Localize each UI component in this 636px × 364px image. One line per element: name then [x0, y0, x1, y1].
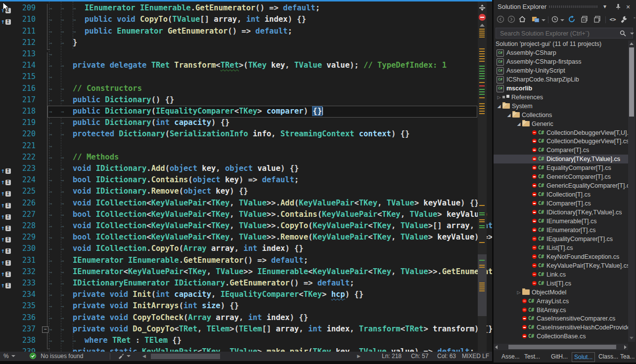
panel-tab-class[interactable]: Class... — [596, 352, 620, 361]
tree-item-bitarray-cs[interactable]: C#BitArray.cs — [494, 306, 628, 315]
tree-item-iequalitycomparer-t-cs[interactable]: C#IEqualityComparer[T].cs — [494, 235, 628, 243]
scrollbar-up-arrow[interactable] — [630, 42, 634, 45]
pin-icon[interactable] — [615, 3, 621, 10]
code-line-209[interactable]: 209↑I→→→IEnumerator IEnumerable.GetEnume… — [0, 2, 492, 14]
tree-item-system[interactable]: ◢System — [494, 102, 628, 111]
implements-glyph-icon[interactable]: ↑I — [1, 222, 11, 231]
search-icon[interactable] — [620, 30, 626, 37]
code-line-233[interactable]: 233↑I→→IDictionaryEnumerator IDictionary… — [0, 278, 492, 289]
forward-button[interactable] — [507, 15, 516, 24]
tree-item-keyvaluepair-tkey-tvalue-cs[interactable]: C#KeyValuePair[TKey,TValue].cs — [494, 261, 628, 270]
scrollbar-thumb[interactable] — [151, 354, 220, 359]
code-line-230[interactable]: 230↑I→→void ICollection.CopyTo(Array arr… — [0, 243, 492, 255]
code-line-228[interactable]: 228↑I→→void ICollection<KeyValuePair<TKe… — [0, 220, 492, 232]
char-indicator[interactable]: Ch: 57 — [411, 352, 428, 361]
zoom-control[interactable]: % — [3, 352, 15, 361]
tree-item-solution-project-gui-11-of-11-projects-[interactable]: Solution 'project-gui' (11 of 11 project… — [494, 40, 628, 48]
view-code-button[interactable]: <> — [608, 15, 617, 24]
code-line-218[interactable]: 218→→public Dictionary(IEqualityComparer… — [0, 106, 492, 118]
code-line-236[interactable]: 236→→private void CopyToCheck(Array arra… — [0, 312, 492, 324]
editor-vertical-scrollbar[interactable] — [478, 1, 487, 352]
code-line-231[interactable]: 231↑I→→IEnumerator IEnumerable.GetEnumer… — [0, 255, 492, 267]
code-line-223[interactable]: 223↑I→→void IDictionary.Add(object key, … — [0, 163, 492, 175]
implements-glyph-icon[interactable]: ↑I — [1, 210, 11, 219]
expander-expanded-icon[interactable]: ◢ — [515, 120, 522, 128]
home-button[interactable] — [518, 15, 527, 24]
code-line-210[interactable]: 210↑I→→→public void CopyTo(TValue[] arra… — [0, 14, 492, 26]
code-line-239[interactable]: 239→→private static KeyValuePair<TKey, T… — [0, 346, 492, 352]
tree-item-caseinsensitivehashcodeprovider-cs[interactable]: C#CaseInsensitiveHashCodeProvider.cs — [494, 323, 628, 332]
properties-wrench-button[interactable] — [620, 15, 629, 24]
expander-collapsed-icon[interactable]: ▷ — [496, 93, 502, 102]
code-line-212[interactable]: 212→→} — [0, 37, 492, 49]
tree-item-ilist-t-cs[interactable]: C#IList[T].cs — [494, 243, 628, 252]
scroll-left-arrow[interactable]: ◀ — [142, 352, 146, 361]
tree-item-assembly-csharp[interactable]: C#Assembly-CSharp — [494, 48, 628, 57]
code-line-227[interactable]: 227↑I→→bool ICollection<KeyValuePair<TKe… — [0, 209, 492, 221]
toolbar-overflow-button[interactable]: ” — [630, 15, 636, 24]
tree-item-equalitycomparer-t-cs[interactable]: C#EqualityComparer[T].cs — [494, 163, 628, 172]
implements-glyph-icon[interactable]: ↑I — [1, 244, 11, 253]
implements-glyph-icon[interactable]: ↑I — [1, 176, 11, 185]
code-line-229[interactable]: 229↑I→→bool ICollection<KeyValuePair<TKe… — [0, 232, 492, 243]
code-editor[interactable]: 209↑I→→→IEnumerator IEnumerable.GetEnume… — [0, 0, 492, 352]
tree-item-icollection-t-cs[interactable]: C#ICollection[T].cs — [494, 190, 628, 199]
implements-glyph-icon[interactable]: ↑I — [1, 233, 11, 242]
back-button[interactable] — [497, 15, 505, 24]
implements-glyph-icon[interactable]: ↑I — [1, 199, 11, 208]
chevron-down-icon[interactable] — [560, 15, 565, 24]
panel-tab-solut[interactable]: Solut... — [572, 352, 595, 362]
code-line-211[interactable]: 211→→→public Enumerator GetEnumerator() … — [0, 26, 492, 38]
tree-item-collectiondebuggerview-t-cs[interactable]: C#CollectionDebuggerView[T].cs — [494, 137, 628, 146]
tree-item-icomparer-t-cs[interactable]: C#IComparer[T].cs — [494, 199, 628, 208]
code-line-221[interactable]: 221→ — [0, 140, 492, 152]
tree-vertical-scrollbar[interactable] — [628, 40, 635, 342]
code-line-214[interactable]: 214→→private delegate TRet Transform<TRe… — [0, 60, 492, 72]
tree-item-collectiondebuggerview-t-u-cs[interactable]: C#CollectionDebuggerView[T,U].cs — [494, 128, 628, 137]
implements-glyph-icon[interactable]: ↑I — [1, 279, 11, 288]
tree-item-genericequalitycomparer-t-cs[interactable]: C#GenericEqualityComparer[T].cs — [494, 181, 628, 190]
tree-item-comparer-t-cs[interactable]: C#Comparer[T].cs — [494, 146, 628, 155]
tree-item-generic[interactable]: ◢Generic — [494, 120, 628, 128]
panel-tab-asse[interactable]: Asse... — [500, 352, 522, 361]
scrollbar-right-arrow[interactable] — [624, 345, 627, 349]
implements-glyph-icon[interactable]: ↑I — [1, 268, 11, 277]
tree-item-idictionary-tkey-tvalue-cs[interactable]: C#IDictionary[TKey,TValue].cs — [494, 208, 628, 217]
collapse-all-button[interactable] — [581, 15, 590, 24]
code-line-238[interactable]: 238→→→where TRet : TElem {} — [0, 335, 492, 347]
tree-item-assembly-csharp-firstpass[interactable]: C#Assembly-CSharp-firstpass — [494, 57, 628, 66]
tree-item-collections[interactable]: ◢Collections — [494, 111, 628, 120]
eol-indicator[interactable]: LF — [482, 352, 489, 361]
implements-glyph-icon[interactable]: ↑I — [1, 15, 11, 24]
code-line-219[interactable]: 219→→public Dictionary(int capacity) {} — [0, 117, 492, 129]
tree-item-ienumerator-t-cs[interactable]: C#IEnumerator[T].cs — [494, 226, 628, 235]
scrollbar-down-arrow[interactable] — [630, 337, 634, 339]
close-icon[interactable]: × — [626, 3, 630, 11]
line-ending-indicator[interactable]: MIXED — [462, 352, 481, 361]
scrollbar-thumb[interactable] — [629, 47, 634, 117]
search-input[interactable] — [499, 29, 615, 39]
tree-item-objectmodel[interactable]: ▷ObjectModel — [494, 288, 628, 297]
code-line-235[interactable]: 235→→private void InitArrays(int size) {… — [0, 300, 492, 312]
show-all-files-button[interactable] — [593, 15, 602, 24]
tree-item-icsharpcode-sharpziplib[interactable]: C#ICSharpCode.SharpZipLib — [494, 75, 628, 84]
expander-expanded-icon[interactable]: ◢ — [505, 111, 512, 120]
code-line-224[interactable]: 224↑I→→bool IDictionary.Contains(object … — [0, 174, 492, 186]
code-line-222[interactable]: 222→→// Methods — [0, 152, 492, 163]
tree-item-keynotfoundexception-cs[interactable]: C#KeyNotFoundException.cs — [494, 252, 628, 261]
code-line-232[interactable]: 232↑I→→IEnumerator<KeyValuePair<TKey, TV… — [0, 266, 492, 278]
tree-item-arraylist-cs[interactable]: C#ArrayList.cs — [494, 297, 628, 306]
implements-glyph-icon[interactable]: ↑I — [1, 164, 11, 173]
implements-glyph-icon[interactable]: ↑I — [1, 187, 11, 196]
switch-views-button[interactable] — [529, 15, 542, 24]
code-line-225[interactable]: 225↑I→→void IDictionary.Remove(object ke… — [0, 186, 492, 198]
editor-horizontal-scrollbar[interactable] — [148, 354, 355, 359]
pending-changes-filter-button[interactable] — [551, 15, 560, 24]
tree-item-references[interactable]: ▷References — [494, 93, 628, 102]
code-line-237[interactable]: 237−→→private void Do_CopyTo<TRet, TElem… — [0, 324, 492, 335]
tree-item-ienumerable-t-cs[interactable]: C#IEnumerable[T].cs — [494, 217, 628, 226]
panel-tab-tea[interactable]: Tea... — [618, 352, 636, 361]
tree-item-assembly-unityscript[interactable]: C#Assembly-UnityScript — [494, 66, 628, 75]
chevron-down-icon[interactable] — [630, 33, 634, 35]
fold-collapse-button[interactable]: − — [42, 326, 48, 333]
